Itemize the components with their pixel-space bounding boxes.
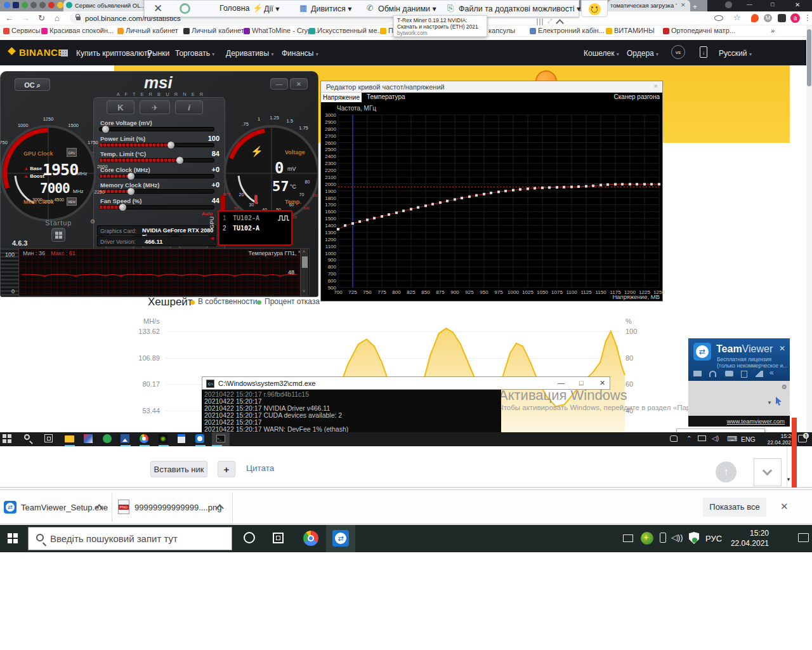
- volume-icon[interactable]: ◁): [712, 435, 719, 442]
- pinned-tab-favicon[interactable]: [22, 2, 28, 8]
- close-icon[interactable]: ✕: [795, 1, 800, 8]
- bookmark-item[interactable]: капсулы: [488, 27, 515, 36]
- collapse-panel-button[interactable]: [754, 458, 782, 486]
- slider-knob[interactable]: [176, 157, 183, 164]
- chrome-icon[interactable]: [140, 434, 150, 444]
- new-tab-button[interactable]: +: [693, 3, 697, 11]
- bookmark-item[interactable]: ВИТАМИНЫ: [614, 27, 655, 36]
- grid-icon[interactable]: [537, 18, 544, 25]
- extension-flame-icon[interactable]: [751, 14, 759, 22]
- eye-icon[interactable]: [714, 15, 723, 21]
- brush-icon[interactable]: [756, 371, 763, 377]
- calculator-icon[interactable]: [178, 434, 188, 444]
- pinned-tab-favicon[interactable]: [57, 2, 63, 8]
- usb-icon[interactable]: [660, 533, 666, 543]
- expand-plus-button[interactable]: +: [218, 461, 235, 477]
- slider-track[interactable]: [99, 205, 214, 209]
- tray-chevron-icon[interactable]: ⌃: [686, 435, 691, 442]
- temp-scrollbar[interactable]: ˄ ˅: [300, 249, 308, 296]
- clock[interactable]: 15:2022.04.2021: [723, 528, 769, 549]
- pinned-tab-favicon[interactable]: [30, 2, 37, 8]
- ab-close-button[interactable]: ✕: [290, 78, 308, 90]
- start-button[interactable]: [3, 434, 13, 444]
- cmd-minimize-icon[interactable]: —: [558, 379, 565, 387]
- volume-icon[interactable]: ◁)): [671, 533, 683, 542]
- toolbar-item[interactable]: Дивитися ▾: [311, 4, 352, 13]
- collapse-chevron-icon[interactable]: [556, 19, 564, 27]
- bookmark-item[interactable]: Личный кабинет: [126, 27, 178, 36]
- profile-icon[interactable]: [725, 1, 732, 8]
- slider-knob[interactable]: [167, 142, 174, 149]
- explorer-icon[interactable]: [65, 434, 75, 444]
- tv-close-icon[interactable]: ✕: [779, 344, 785, 353]
- notifications-icon[interactable]: 5: [798, 435, 807, 442]
- pinned-tab-favicon[interactable]: [4, 2, 10, 8]
- gpu-select-box[interactable]: 1 TU102-A 2 TU102-A: [218, 210, 292, 246]
- photos-icon[interactable]: [121, 434, 131, 444]
- msi-afterburner-icon[interactable]: [84, 434, 94, 444]
- language-selector[interactable]: Русский ▾: [719, 49, 752, 58]
- quote-link[interactable]: Цитата: [246, 463, 274, 473]
- cmd-scroll-up-icon[interactable]: ˄: [601, 393, 605, 399]
- teamviewer-link[interactable]: www.teamviewer.com: [688, 418, 785, 425]
- forward-icon[interactable]: →: [22, 13, 30, 23]
- keyboard-icon[interactable]: ⌨: [727, 435, 737, 443]
- downloads-close-icon[interactable]: ✕: [780, 501, 789, 512]
- nav-wallet[interactable]: Кошелек ▾: [584, 49, 619, 58]
- reload-icon[interactable]: ↻: [38, 13, 45, 23]
- nav-item[interactable]: Деривативы ▾: [226, 49, 273, 58]
- insert-nick-button[interactable]: Вставить ник: [150, 461, 207, 477]
- extensions-puzzle-icon[interactable]: [778, 14, 786, 22]
- slider-track[interactable]: [99, 143, 214, 147]
- nav-item[interactable]: Торговать ▾: [175, 49, 214, 58]
- avatar[interactable]: a: [790, 13, 800, 23]
- slider-knob[interactable]: [128, 173, 134, 180]
- back-icon[interactable]: ←: [5, 13, 13, 23]
- people-icon[interactable]: [670, 435, 678, 442]
- cmd-taskbar-button[interactable]: >_: [212, 432, 230, 446]
- app-download-icon[interactable]: ↓: [700, 46, 707, 58]
- oc-scanner-button[interactable]: OC ⌕: [15, 78, 50, 91]
- slider-track[interactable]: [99, 174, 214, 178]
- expand-icon[interactable]: ⤢: [547, 18, 552, 25]
- slider-track[interactable]: [99, 158, 214, 162]
- network-icon[interactable]: [623, 534, 633, 542]
- toolbar-item[interactable]: Файли та додаткові можливості ▾: [459, 4, 580, 13]
- toolbar-item[interactable]: Головна: [219, 4, 250, 13]
- bookmark-item[interactable]: Искусственный ме...: [317, 27, 383, 36]
- download-file-2[interactable]: 99999999999999....png: [134, 503, 221, 512]
- bookmark-item[interactable]: Личный кабинет: [192, 27, 244, 36]
- nav-item[interactable]: Финансы ▾: [282, 49, 318, 58]
- tab-active[interactable]: Сервис объявлений OL...: [63, 0, 146, 11]
- collapse-icon[interactable]: «: [769, 368, 774, 377]
- pinned-tab-favicon[interactable]: [48, 2, 55, 8]
- nav-orders[interactable]: Ордера ▾: [627, 49, 658, 58]
- dropdown-caret-icon[interactable]: ▼: [767, 400, 772, 406]
- cmd-titlebar[interactable]: C:\ C:\Windows\system32\cmd.exe — □ ✕: [202, 376, 610, 390]
- bookmark-item[interactable]: WhatToMine - Cryp...: [252, 27, 317, 36]
- red-scrollbar[interactable]: [792, 418, 797, 488]
- page-scrollbar[interactable]: [806, 25, 812, 432]
- headset-icon[interactable]: [709, 371, 716, 377]
- vip-badge[interactable]: vs: [671, 45, 685, 59]
- slider-knob[interactable]: [128, 188, 134, 195]
- slider-track[interactable]: [99, 189, 214, 194]
- toolbar-item[interactable]: Обмін даними ▾: [378, 4, 436, 13]
- scroll-top-button[interactable]: ↑: [716, 461, 737, 482]
- bookmark-item[interactable]: »: [771, 27, 775, 36]
- copy-icon[interactable]: [741, 371, 747, 378]
- menu-icon[interactable]: ⋮: [804, 13, 811, 22]
- page-scrollbar-thumb[interactable]: [807, 29, 811, 86]
- extension-m-icon[interactable]: M: [764, 14, 772, 22]
- startup-windows-button[interactable]: [51, 228, 65, 242]
- show-all-button[interactable]: Показать все: [703, 498, 766, 517]
- globe-icon[interactable]: [103, 434, 113, 444]
- cmd-maximize-icon[interactable]: □: [579, 379, 584, 387]
- gpu2-name[interactable]: TU102-A: [233, 225, 259, 232]
- maximize-icon[interactable]: □: [771, 1, 774, 8]
- bookmark-item[interactable]: Ортопедичні матр...: [671, 27, 735, 36]
- bookmark-item[interactable]: Красивая спокойн...: [49, 27, 114, 36]
- language-indicator[interactable]: РУС: [705, 534, 722, 543]
- tab-second[interactable]: томатическая загрузка Teaм ✕: [608, 0, 690, 11]
- task-view-button[interactable]: [44, 434, 55, 444]
